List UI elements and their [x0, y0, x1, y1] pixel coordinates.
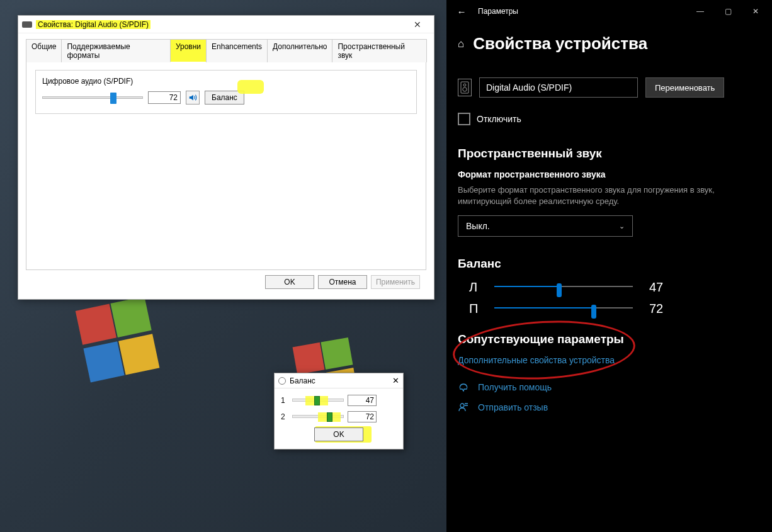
spatial-subheading: Формат пространственного звука	[458, 169, 761, 179]
tab-пространственный-звук[interactable]: Пространственный звук	[332, 39, 427, 62]
speaker-icon[interactable]	[186, 91, 200, 105]
tab-уровни[interactable]: Уровни	[170, 39, 207, 62]
maximize-icon[interactable]: ▢	[714, 7, 742, 16]
dialog-titlebar[interactable]: Свойства: Digital Audio (S/PDIF) ✕	[18, 16, 434, 33]
device-icon	[458, 79, 472, 96]
tab-content: Цифровое аудио (S/PDIF) Баланс	[26, 62, 426, 270]
svg-point-1	[463, 84, 466, 86]
device-name-field[interactable]	[479, 77, 638, 98]
svg-point-2	[463, 88, 467, 91]
red-circle-annotation	[451, 317, 637, 384]
tab-enhancements[interactable]: Enhancements	[206, 39, 268, 62]
dropdown-value: Выкл.	[466, 221, 490, 231]
balance-left-label: Л	[469, 280, 483, 295]
related-heading: Сопутствующие параметры	[458, 332, 761, 346]
channel-value[interactable]	[348, 411, 377, 422]
channel-label: 1	[281, 396, 288, 405]
back-icon[interactable]: ←	[454, 6, 469, 17]
audio-properties-dialog: Свойства: Digital Audio (S/PDIF) ✕ Общие…	[18, 15, 434, 300]
send-feedback-link[interactable]: Отправить отзыв	[478, 402, 548, 412]
channel-slider[interactable]	[292, 395, 344, 406]
minimize-icon[interactable]: —	[686, 7, 714, 16]
ok-button[interactable]: OK	[314, 427, 363, 441]
device-icon	[22, 21, 32, 28]
spatial-heading: Пространственный звук	[458, 147, 761, 161]
channel-label: 2	[281, 412, 288, 421]
close-icon[interactable]: ✕	[405, 20, 430, 30]
page-title: Свойства устройства	[473, 34, 647, 54]
ok-button[interactable]: OK	[265, 275, 314, 289]
svg-point-3	[460, 404, 464, 407]
help-icon	[458, 382, 469, 393]
home-icon[interactable]: ⌂	[458, 38, 464, 50]
balance-channel-row: 1	[281, 395, 397, 406]
additional-properties-link[interactable]: Дополнительные свойства устройства	[458, 355, 761, 365]
balance-right-value: 72	[649, 302, 663, 316]
level-group: Цифровое аудио (S/PDIF) Баланс	[35, 70, 417, 114]
rename-button[interactable]: Переименовать	[645, 77, 724, 98]
balance-right-slider[interactable]	[494, 301, 633, 316]
app-title: Параметры	[478, 7, 518, 16]
speaker-icon	[278, 377, 286, 385]
feedback-icon	[458, 402, 469, 413]
balance-right-label: П	[469, 302, 483, 316]
disable-label: Отключить	[477, 114, 521, 124]
tab-общие[interactable]: Общие	[26, 39, 62, 62]
balance-dialog: Баланс ✕ 12 OK	[274, 373, 404, 450]
cancel-button[interactable]: Отмена	[318, 275, 367, 289]
dialog-title: Свойства: Digital Audio (S/PDIF)	[36, 20, 150, 29]
close-icon[interactable]: ✕	[392, 376, 399, 385]
settings-titlebar: ← Параметры — ▢ ✕	[446, 0, 772, 23]
channel-value[interactable]	[348, 395, 377, 406]
apply-button[interactable]: Применить	[371, 275, 420, 289]
close-icon[interactable]: ✕	[742, 7, 769, 16]
balance-left-slider[interactable]	[494, 280, 633, 295]
balance-left-value: 47	[649, 280, 663, 295]
chevron-down-icon: ⌄	[619, 222, 625, 230]
disable-checkbox[interactable]	[458, 113, 470, 125]
balance-heading: Баланс	[458, 257, 761, 271]
group-title: Цифровое аудио (S/PDIF)	[42, 77, 410, 86]
wallpaper-logo	[75, 295, 161, 385]
spatial-description: Выберите формат пространственного звука …	[458, 184, 761, 207]
balance-channel-row: 2	[281, 411, 397, 422]
volume-slider[interactable]	[42, 92, 143, 103]
dialog-titlebar[interactable]: Баланс ✕	[275, 373, 403, 388]
tab-поддерживаемые-форматы[interactable]: Поддерживаемые форматы	[61, 39, 170, 62]
highlight-annotation	[237, 80, 264, 94]
get-help-link[interactable]: Получить помощь	[478, 382, 552, 392]
dialog-title: Баланс	[290, 376, 315, 385]
volume-value[interactable]	[148, 91, 181, 104]
settings-window: ← Параметры — ▢ ✕ ⌂ Свойства устройства …	[446, 0, 772, 532]
spatial-format-dropdown[interactable]: Выкл. ⌄	[458, 215, 633, 237]
channel-slider[interactable]	[292, 411, 344, 422]
tab-дополнительно[interactable]: Дополнительно	[267, 39, 332, 62]
